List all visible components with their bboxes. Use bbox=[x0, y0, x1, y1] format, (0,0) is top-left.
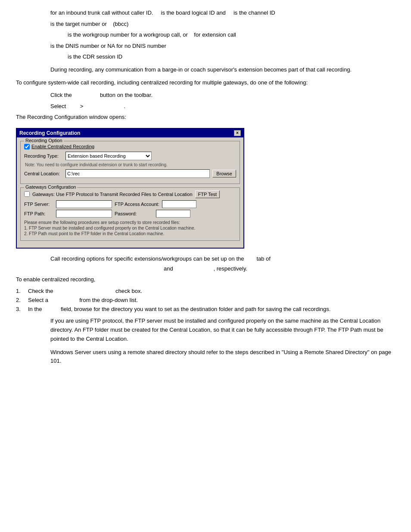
recording-type-select[interactable]: Extension based Recording bbox=[65, 152, 152, 160]
ftp-access-input[interactable] bbox=[162, 200, 196, 208]
line3-start: is the workgroup number for a workgroup … bbox=[68, 31, 188, 38]
step2-number: 2. bbox=[16, 297, 25, 303]
ftp-server-label: FTP Server: bbox=[24, 202, 53, 207]
main-content: for an inbound trunk call without caller… bbox=[16, 9, 395, 366]
recording-type-label: Recording Type: bbox=[24, 153, 63, 159]
line1-end: is the channel ID bbox=[234, 9, 275, 16]
line3-para: is the workgroup number for a workgroup … bbox=[68, 31, 395, 39]
step2-content: Select a from the drop-down list. bbox=[28, 297, 138, 303]
windows-note: Windows Server users using a remote shar… bbox=[50, 348, 395, 366]
window-opens-text: The Recording Configuration window opens… bbox=[16, 113, 395, 122]
ftp-test-button[interactable]: FTP Test bbox=[195, 190, 220, 198]
ftp-path-row: FTP Path: Password: bbox=[24, 210, 236, 218]
gateways-config-group: Gateways Configuration Gateways: Use FTP… bbox=[20, 187, 240, 241]
enable-recording-checkbox[interactable] bbox=[24, 144, 30, 149]
recording-configuration-dialog: Recording Configuration × Recording Opti… bbox=[16, 128, 244, 249]
gateways-config-legend: Gateways Configuration bbox=[24, 184, 77, 190]
recording-note: Note: You need to configure individual e… bbox=[25, 162, 236, 167]
config-intro: To configure system-wide call recording,… bbox=[16, 78, 395, 87]
dialog-title: Recording Configuration bbox=[19, 130, 80, 136]
password-label: Password: bbox=[115, 211, 153, 216]
step1-number: 1. bbox=[16, 288, 25, 294]
dialog-wrapper: Recording Configuration × Recording Opti… bbox=[16, 128, 395, 249]
dialog-close-button[interactable]: × bbox=[234, 130, 241, 136]
dialog-body: Recording Option Enable Centralized Reco… bbox=[17, 137, 243, 248]
gateways-ftp-checkbox[interactable] bbox=[24, 191, 30, 197]
recording-type-row: Recording Type: Extension based Recordin… bbox=[24, 152, 236, 160]
line2-mid: (bbcc) bbox=[113, 21, 128, 27]
line2-para: is the target number or (bbcc) bbox=[50, 20, 395, 28]
top-section: for an inbound trunk call without caller… bbox=[16, 9, 395, 61]
call-recording-note: Call recording options for specific exte… bbox=[50, 255, 395, 263]
step2: 2. Select a from the drop-down list. bbox=[16, 297, 395, 303]
ftp-path-label: FTP Path: bbox=[24, 211, 53, 216]
select-instruction: Select > . bbox=[50, 102, 395, 111]
instruction3: 2. FTP Path must point to the FTP folder… bbox=[24, 231, 236, 236]
browse-button[interactable]: Browse bbox=[212, 170, 236, 177]
line5-para: is the CDR session ID bbox=[68, 53, 395, 61]
instruction1: Please ensure the following procedures a… bbox=[24, 220, 236, 225]
note-para: During recording, any communication from… bbox=[50, 65, 395, 75]
recording-option-legend: Recording Option bbox=[24, 138, 64, 143]
gateways-ftp-row: Gateways: Use FTP Protocol to Transmit R… bbox=[24, 190, 236, 198]
enable-centralized-text: To enable centralized recording, bbox=[16, 275, 395, 284]
and-respectively-line: and , respectively. bbox=[16, 265, 395, 272]
enable-recording-label: Enable Centralized Recording bbox=[31, 144, 94, 149]
central-location-row: Central Location: Browse bbox=[24, 169, 236, 178]
central-location-input[interactable] bbox=[65, 169, 210, 178]
line2-start: is the target number or bbox=[50, 21, 107, 27]
instruction2: 1. FTP Server must be installed and conf… bbox=[24, 226, 236, 230]
ftp-instructions: Please ensure the following procedures a… bbox=[24, 220, 236, 236]
click-instruction: Click the button on the toolbar. bbox=[50, 91, 395, 100]
ftp-access-label: FTP Access Account: bbox=[115, 202, 159, 207]
step3-number: 3. bbox=[16, 306, 25, 312]
ftp-note: If you are using FTP protocol, the FTP s… bbox=[50, 317, 395, 343]
recording-option-group: Recording Option Enable Centralized Reco… bbox=[20, 141, 240, 184]
step3-content: In the field, browse for the directory y… bbox=[28, 306, 330, 312]
line3-end: for extension call bbox=[194, 31, 236, 38]
titlebar-controls: × bbox=[234, 130, 241, 136]
step3: 3. In the field, browse for the director… bbox=[16, 306, 395, 312]
line1-para: for an inbound trunk call without caller… bbox=[50, 9, 395, 17]
step1: 1. Check the check box. bbox=[16, 288, 395, 294]
ftp-server-input[interactable] bbox=[56, 200, 112, 208]
password-input[interactable] bbox=[156, 210, 190, 218]
note-text: During recording, any communication from… bbox=[50, 66, 352, 73]
line4-text: is the DNIS number or NA for no DNIS num… bbox=[50, 43, 166, 49]
dialog-titlebar: Recording Configuration × bbox=[17, 129, 243, 137]
line1-text: for an inbound trunk call without caller… bbox=[50, 9, 153, 16]
line4-para: is the DNIS number or NA for no DNIS num… bbox=[50, 42, 395, 50]
gateways-ftp-label: Gateways: Use FTP Protocol to Transmit R… bbox=[32, 192, 193, 197]
line1-mid: is the board logical ID and bbox=[161, 9, 226, 16]
central-location-label: Central Location: bbox=[24, 171, 63, 176]
ftp-path-input[interactable] bbox=[56, 210, 112, 218]
step1-content: Check the check box. bbox=[28, 288, 142, 294]
line5-text: is the CDR session ID bbox=[68, 53, 122, 60]
enable-recording-row: Enable Centralized Recording bbox=[24, 144, 236, 149]
ftp-server-row: FTP Server: FTP Access Account: bbox=[24, 200, 236, 208]
